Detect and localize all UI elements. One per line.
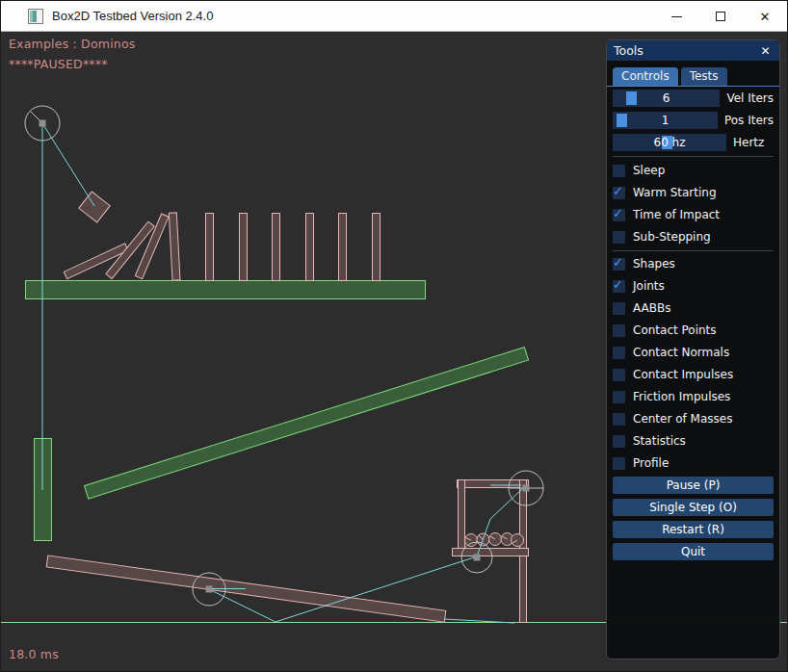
checkbox[interactable]: ✓ xyxy=(613,280,625,293)
checkbox[interactable]: ✓ xyxy=(613,231,625,244)
slider-label: Pos Iters xyxy=(724,112,774,129)
checkbox[interactable]: ✓ xyxy=(613,258,625,271)
pulley-frame-left-post xyxy=(459,480,465,556)
checkbox-label: Time of Impact xyxy=(633,206,720,223)
fallen-domino xyxy=(135,214,169,279)
checkbox-row-aabbs[interactable]: ✓ AABBs xyxy=(613,299,774,317)
tools-panel: Tools ✕ Controls Tests 6 Vel Iters 1 Pos… xyxy=(606,39,780,659)
separator xyxy=(613,250,774,251)
origin-markers xyxy=(39,120,530,593)
checkbox[interactable]: ✓ xyxy=(613,209,625,221)
minimize-button[interactable] xyxy=(654,1,698,32)
checkbox-row-friction-impulses[interactable]: ✓ Friction Impulses xyxy=(613,388,774,405)
paused-label: ****PAUSED**** xyxy=(9,57,108,71)
minimize-icon xyxy=(671,16,682,17)
checkbox-label: Contact Points xyxy=(633,322,717,339)
slanted-ramp xyxy=(85,348,529,499)
maximize-button[interactable] xyxy=(698,1,743,32)
slider-value: 6 xyxy=(613,90,720,107)
checkmark-icon: ✓ xyxy=(613,206,623,220)
checkbox[interactable]: ✓ xyxy=(613,165,625,177)
upright-domino xyxy=(306,214,314,281)
upright-domino xyxy=(240,214,248,281)
checkbox-label: Warm Starting xyxy=(633,184,717,201)
checkmark-icon: ✓ xyxy=(613,277,623,292)
tools-tabbar: Controls Tests xyxy=(607,67,779,87)
checkbox[interactable]: ✓ xyxy=(613,457,625,470)
body-origin-marker xyxy=(523,485,530,492)
dynamic-bodies xyxy=(46,192,528,623)
body-origin-marker xyxy=(39,120,46,127)
checkmark-icon: ✓ xyxy=(613,184,623,198)
separator xyxy=(613,156,774,157)
tools-close-button[interactable]: ✕ xyxy=(758,43,773,58)
checkbox-row-sleep[interactable]: ✓ Sleep xyxy=(613,162,774,179)
pendulum-box xyxy=(79,192,110,222)
upright-domino xyxy=(373,214,381,281)
hertz-slider[interactable]: 60 hz xyxy=(613,134,726,151)
tools-panel-titlebar[interactable]: Tools ✕ xyxy=(607,40,779,61)
seesaw-plank xyxy=(46,556,446,622)
checkbox[interactable]: ✓ xyxy=(613,302,625,315)
checkbox[interactable]: ✓ xyxy=(613,187,625,199)
checkbox-label: Sub-Stepping xyxy=(633,228,711,246)
restart-button[interactable]: Restart (R) xyxy=(613,521,774,538)
checkbox-row-sub-stepping[interactable]: ✓ Sub-Stepping xyxy=(613,228,774,246)
pulley-frame-top xyxy=(458,480,529,488)
upright-domino xyxy=(339,214,347,281)
checkbox-label: Friction Impulses xyxy=(633,388,730,405)
checkbox-row-contact-impulses[interactable]: ✓ Contact Impulses xyxy=(613,366,774,383)
window-title: Box2D Testbed Version 2.4.0 xyxy=(52,9,213,23)
static-bodies xyxy=(26,281,529,541)
checkbox[interactable]: ✓ xyxy=(613,324,625,337)
upright-domino xyxy=(169,213,180,280)
slider-value: 60 hz xyxy=(613,134,726,151)
body-origin-marker xyxy=(206,586,213,593)
checkbox[interactable]: ✓ xyxy=(613,347,625,359)
joint-line xyxy=(42,123,94,206)
vel-iters-slider-row: 6 Vel Iters xyxy=(613,90,774,107)
example-label: Examples : Dominos xyxy=(9,37,136,51)
checkbox-label: Profile xyxy=(633,454,669,472)
tools-panel-title: Tools xyxy=(614,43,758,58)
body-origin-marker xyxy=(474,555,481,561)
checkbox-row-joints[interactable]: ✓ Joints xyxy=(613,277,774,295)
checkbox-row-warm-starting[interactable]: ✓ Warm Starting xyxy=(613,184,774,201)
anchor-circles xyxy=(25,106,543,606)
window-titlebar[interactable]: Box2D Testbed Version 2.4.0 ✕ xyxy=(1,1,787,32)
pause-button[interactable]: Pause (P) xyxy=(613,477,774,494)
vel-iters-slider[interactable]: 6 xyxy=(613,90,720,107)
checkbox-label: Contact Normals xyxy=(633,344,729,361)
checkbox-row-statistics[interactable]: ✓ Statistics xyxy=(613,432,774,450)
checkbox-row-contact-points[interactable]: ✓ Contact Points xyxy=(613,322,774,339)
checkbox[interactable]: ✓ xyxy=(613,391,625,403)
upright-domino xyxy=(206,214,214,281)
checkbox-label: Statistics xyxy=(633,432,686,450)
checkbox-label: Contact Impulses xyxy=(633,366,733,383)
checkbox[interactable]: ✓ xyxy=(613,413,625,426)
app-icon xyxy=(28,9,43,24)
close-button[interactable]: ✕ xyxy=(743,1,787,32)
checkbox-label: Sleep xyxy=(633,162,665,179)
checkbox[interactable]: ✓ xyxy=(613,435,625,448)
checkbox-label: Center of Masses xyxy=(633,410,732,427)
checkbox-row-time-of-impact[interactable]: ✓ Time of Impact xyxy=(613,206,774,223)
slider-label: Vel Iters xyxy=(726,90,774,107)
tab-controls[interactable]: Controls xyxy=(613,67,678,86)
checkbox[interactable]: ✓ xyxy=(613,369,625,381)
tools-panel-content: 6 Vel Iters 1 Pos Iters 60 hz Hertz ✓ Sl… xyxy=(607,87,779,560)
checkbox-row-contact-normals[interactable]: ✓ Contact Normals xyxy=(613,344,774,361)
checkmark-icon: ✓ xyxy=(613,255,623,270)
single-step-button[interactable]: Single Step (O) xyxy=(613,499,774,516)
maximize-icon xyxy=(716,12,725,21)
quit-button[interactable]: Quit xyxy=(613,543,774,560)
checkbox-label: AABBs xyxy=(633,299,670,317)
checkbox-row-profile[interactable]: ✓ Profile xyxy=(613,454,774,472)
checkbox-label: Shapes xyxy=(633,255,675,272)
hertz-slider-row: 60 hz Hertz xyxy=(613,134,774,151)
pos-iters-slider[interactable]: 1 xyxy=(613,112,718,129)
checkbox-row-shapes[interactable]: ✓ Shapes xyxy=(613,255,774,272)
tab-tests[interactable]: Tests xyxy=(681,67,727,86)
domino-platform xyxy=(26,281,426,299)
checkbox-row-center-of-masses[interactable]: ✓ Center of Masses xyxy=(613,410,774,427)
